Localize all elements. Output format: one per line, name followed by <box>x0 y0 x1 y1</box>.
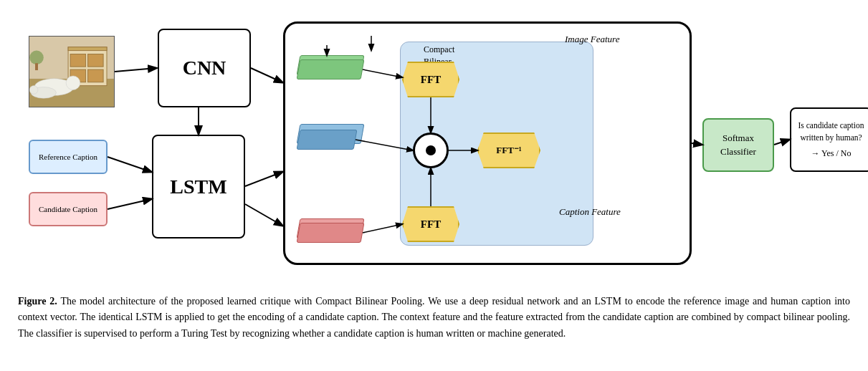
output-box: Is candidate caption written by human? →… <box>790 107 868 172</box>
reference-caption-label: Reference Caption <box>39 152 97 162</box>
output-answer: → Yes / No <box>811 147 851 160</box>
svg-line-29 <box>774 140 789 145</box>
svg-line-24 <box>108 157 151 172</box>
reference-caption-box: Reference Caption <box>29 140 108 174</box>
svg-point-13 <box>29 51 44 65</box>
caption-feature-block-front <box>297 223 365 243</box>
hadamard-product-symbol <box>413 132 449 168</box>
caption-body: The model architecture of the proposed l… <box>18 296 850 339</box>
fft-top: FFT <box>402 62 459 97</box>
svg-line-27 <box>245 204 282 226</box>
main-processing-container: Image Feature Caption Feature Compact Bi… <box>283 21 692 265</box>
input-image <box>29 36 115 107</box>
image-feature-label: Image Feature <box>565 34 619 45</box>
svg-line-17 <box>363 224 402 233</box>
cnn-box: CNN <box>158 29 251 107</box>
diagram-area: CNN Reference Caption Candidate Caption … <box>14 14 854 286</box>
caption-feature-label: Caption Feature <box>559 206 621 218</box>
figure-number: Figure 2. <box>18 296 57 307</box>
svg-point-12 <box>29 86 38 95</box>
cnn-label: CNN <box>183 57 226 80</box>
svg-line-25 <box>108 199 151 209</box>
svg-line-28 <box>692 143 702 145</box>
output-question: Is candidate caption written by human? <box>798 120 864 145</box>
candidate-caption-label: Candidate Caption <box>39 204 97 214</box>
fft-mid: FFT <box>402 206 459 242</box>
softmax-label: Softmax Classifier <box>720 132 756 158</box>
svg-line-23 <box>251 68 282 82</box>
svg-line-26 <box>245 172 282 186</box>
svg-rect-4 <box>68 47 107 51</box>
svg-point-10 <box>66 76 80 90</box>
svg-rect-8 <box>88 69 104 82</box>
candidate-caption-box: Candidate Caption <box>29 192 108 226</box>
lstm-label: LSTM <box>170 175 226 198</box>
figure-caption: Figure 2. The model architecture of the … <box>14 294 854 342</box>
svg-rect-6 <box>88 54 104 67</box>
dot-center <box>426 145 436 155</box>
svg-line-15 <box>363 69 402 77</box>
fft-inverse: FFT⁻¹ <box>477 132 540 168</box>
svg-rect-5 <box>70 54 86 67</box>
softmax-classifier-box: Softmax Classifier <box>702 118 774 172</box>
mixed-feature-block-front <box>297 130 358 150</box>
lstm-box: LSTM <box>152 135 245 238</box>
svg-rect-14 <box>35 63 38 70</box>
svg-line-22 <box>115 68 156 72</box>
image-feature-block-front <box>297 59 365 80</box>
